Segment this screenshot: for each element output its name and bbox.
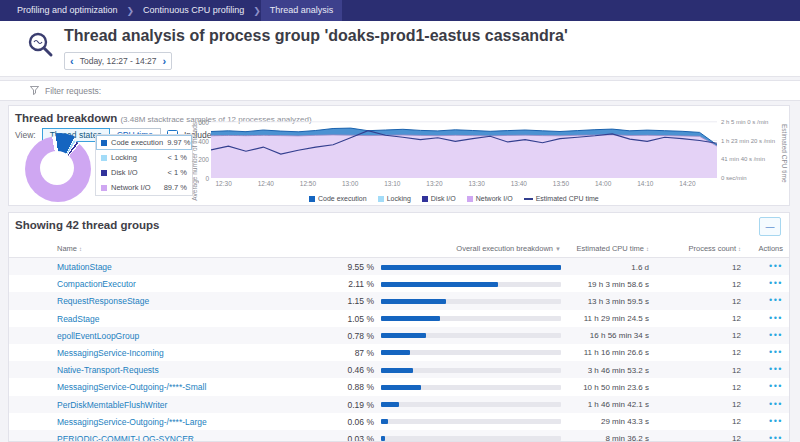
x-axis-tick: 13:00 <box>338 180 362 187</box>
estimated-cpu-time: 1 h 46 min 42.1 s <box>489 400 649 409</box>
table-heading: Showing 42 thread groups <box>15 219 159 231</box>
filter-label: Filter requests: <box>45 86 101 96</box>
x-axis-tick: 14:20 <box>675 180 699 187</box>
chart-legend-label: Network I/O <box>476 195 513 202</box>
legend-row[interactable]: Network I/O89.7 % <box>96 180 192 195</box>
row-actions-button[interactable]: ••• <box>709 278 783 288</box>
x-axis-tick: 12:40 <box>254 180 278 187</box>
thread-group-link[interactable]: ReadStage <box>57 314 100 324</box>
row-actions-button[interactable]: ••• <box>709 261 783 271</box>
row-actions-button[interactable]: ••• <box>709 433 783 442</box>
view-label: View: <box>15 130 36 140</box>
legend-value: < 1 % <box>168 153 187 162</box>
table-row: RequestResponseStage1.15 %13 h 3 min 59.… <box>9 292 789 309</box>
breadcrumb-separator-icon: ❯ <box>127 6 135 16</box>
chart-legend-label: Locking <box>387 195 411 202</box>
table-row: Native-Transport-Requests0.46 %3 h 46 mi… <box>9 361 789 378</box>
execution-bar-fill <box>381 402 399 407</box>
thread-group-link[interactable]: MessagingService-Outgoing-/****-Large <box>57 417 207 427</box>
estimated-cpu-time: 8 min 36.2 s <box>489 434 649 442</box>
chart-legend-swatch <box>422 196 428 202</box>
row-actions-button[interactable]: ••• <box>709 295 783 305</box>
chart-legend-item[interactable]: Code execution <box>309 195 367 202</box>
legend-value: 89.7 % <box>164 183 187 192</box>
execution-percent: 0.46 % <box>289 365 374 375</box>
thread-group-link[interactable]: MessagingService-Incoming <box>57 348 164 358</box>
execution-bar-fill <box>381 419 388 424</box>
legend-row[interactable]: Code execution9.97 % <box>96 135 192 150</box>
breadcrumb-item[interactable]: Profiling and optimization <box>8 0 127 21</box>
chart-legend-swatch <box>524 198 533 200</box>
thread-chart-plot[interactable] <box>211 118 717 178</box>
chart-legend-item[interactable]: Disk I/O <box>422 195 456 202</box>
estimated-cpu-time: 16 h 56 min 34 s <box>489 331 649 340</box>
thread-group-link[interactable]: CompactionExecutor <box>57 279 136 289</box>
row-actions-button[interactable]: ••• <box>709 347 783 357</box>
execution-percent: 0.78 % <box>289 331 374 341</box>
table-row: PerDiskMemtableFlushWriter0.19 %1 h 46 m… <box>9 396 789 413</box>
x-axis-tick: 12:30 <box>212 180 236 187</box>
execution-percent: 0.03 % <box>289 434 374 442</box>
timeframe-label[interactable]: Today, 12:27 - 14:27 <box>80 56 157 66</box>
thread-group-link[interactable]: MutationStage <box>57 262 112 272</box>
filter-funnel-icon <box>30 86 39 95</box>
table-row: ReadStage1.05 %11 h 29 min 24.5 s12••• <box>9 310 789 327</box>
estimated-cpu-time: 3 h 46 min 53.2 s <box>489 366 649 375</box>
column-header-estimated-cpu-time[interactable]: Estimated CPU time↕ <box>549 244 649 253</box>
table-row: PERIODIC-COMMIT-LOG-SYNCER0.03 %8 min 36… <box>9 430 789 442</box>
column-header-overall-execution-breakdown[interactable]: Overall execution breakdown▼ <box>389 244 561 253</box>
execution-percent: 0.88 % <box>289 382 374 392</box>
right-axis-tick: 0 sec/min <box>721 175 779 181</box>
breadcrumb-item[interactable]: Thread analysis <box>261 0 343 21</box>
legend-swatch <box>101 155 107 161</box>
thread-group-link[interactable]: epollEventLoopGroup <box>57 331 139 341</box>
right-axis-tick: 41 min 40 s /min <box>721 156 779 162</box>
timeframe-next-icon[interactable]: › <box>163 54 167 68</box>
chart-legend-swatch <box>378 196 384 202</box>
thread-group-link[interactable]: Native-Transport-Requests <box>57 365 159 375</box>
legend-row[interactable]: Disk I/O< 1 % <box>96 165 192 180</box>
left-axis-tick: 600 <box>197 119 209 126</box>
estimated-cpu-time: 10 h 50 min 23.6 s <box>489 383 649 392</box>
row-actions-button[interactable]: ••• <box>709 313 783 323</box>
execution-bar-fill <box>381 436 385 441</box>
thread-group-link[interactable]: PerDiskMemtableFlushWriter <box>57 400 167 410</box>
row-actions-button[interactable]: ••• <box>709 330 783 340</box>
column-header-name[interactable]: Name↕ <box>57 244 177 253</box>
execution-bar-fill <box>381 333 426 338</box>
chart-legend-swatch <box>309 196 315 202</box>
right-axis-tick: 2 h 5 min 0 s /min <box>721 119 779 125</box>
chart-legend-item[interactable]: Locking <box>378 195 411 202</box>
legend-label: Locking <box>111 153 164 162</box>
execution-bar-fill <box>381 368 413 373</box>
timeframe-selector[interactable]: ‹ Today, 12:27 - 14:27 › <box>64 52 172 70</box>
breadcrumb-item[interactable]: Continuous CPU profiling <box>134 0 253 21</box>
donut-hole <box>40 151 74 185</box>
timeframe-prev-icon[interactable]: ‹ <box>70 54 74 68</box>
execution-percent: 9.55 % <box>289 262 374 272</box>
right-axis-tick: 1 h 23 min 20 s /min <box>721 138 779 144</box>
row-actions-button[interactable]: ••• <box>709 364 783 374</box>
table-row: epollEventLoopGroup0.78 %16 h 56 min 34 … <box>9 327 789 344</box>
thread-group-link[interactable]: MessagingService-Outgoing-/****-Small <box>57 382 206 392</box>
row-actions-button[interactable]: ••• <box>709 381 783 391</box>
row-actions-button[interactable]: ••• <box>709 416 783 426</box>
legend-label: Network I/O <box>111 183 160 192</box>
thread-breakdown-donut[interactable] <box>25 136 91 202</box>
chart-legend-item[interactable]: Estimated CPU time <box>524 195 599 202</box>
row-actions-button[interactable]: ••• <box>709 399 783 409</box>
chart-legend: Code executionLockingDisk I/ONetwork I/O… <box>309 195 599 202</box>
column-header-actions[interactable]: Actions <box>729 244 783 253</box>
table-options-button[interactable]: — <box>759 217 781 236</box>
execution-percent: 0.19 % <box>289 400 374 410</box>
execution-percent: 1.05 % <box>289 314 374 324</box>
chart-ylabel-right: Estimated CPU time <box>781 124 788 183</box>
execution-percent: 2.11 % <box>289 279 374 289</box>
filter-bar[interactable]: Filter requests: <box>0 80 800 101</box>
legend-row[interactable]: Locking< 1 % <box>96 150 192 165</box>
thread-group-link[interactable]: PERIODIC-COMMIT-LOG-SYNCER <box>57 434 194 442</box>
thread-analysis-icon <box>26 30 56 60</box>
thread-group-link[interactable]: RequestResponseStage <box>57 296 149 306</box>
table-row: CompactionExecutor2.11 %19 h 3 min 58.6 … <box>9 275 789 292</box>
chart-legend-item[interactable]: Network I/O <box>467 195 513 202</box>
